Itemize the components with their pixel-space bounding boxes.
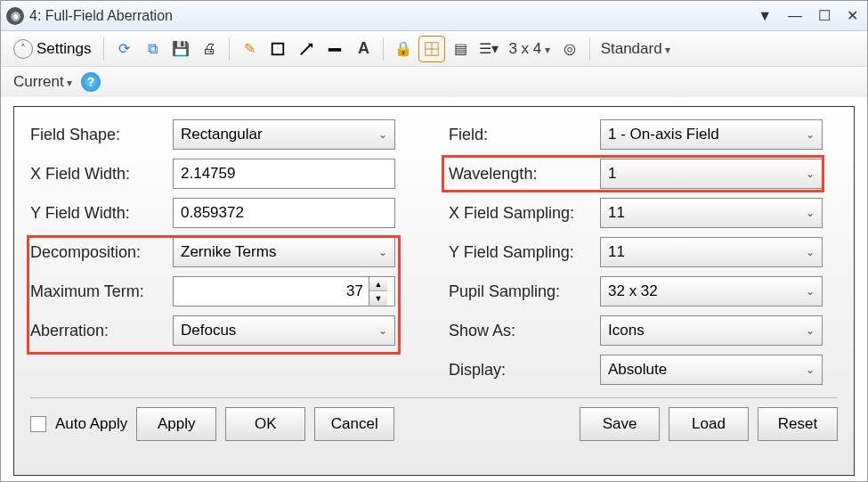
settings-panel: Field Shape: Rectangular⌄ Field: 1 - On-…: [13, 106, 855, 476]
chevron-down-icon: ⌄: [806, 324, 815, 337]
display-value: Absolute: [608, 361, 667, 379]
help-icon[interactable]: ?: [81, 72, 101, 92]
cancel-button[interactable]: Cancel: [314, 407, 394, 441]
maximum-term-value: 37: [181, 282, 369, 300]
save-button[interactable]: Save: [580, 407, 660, 441]
y-field-width-label: Y Field Width:: [30, 204, 173, 223]
apply-button[interactable]: Apply: [136, 407, 216, 441]
y-field-width-input[interactable]: 0.859372: [173, 198, 395, 228]
chevron-down-icon: ⌄: [806, 207, 815, 219]
y-field-sampling-value: 11: [608, 243, 625, 261]
wavelength-value: 1: [608, 165, 616, 183]
save-disk-icon[interactable]: 💾: [168, 37, 193, 61]
title-bar: ◉ 4: Full-Field Aberration ▼ — ☐ ✕: [1, 1, 867, 31]
window-layout-icon[interactable]: ▤: [448, 37, 473, 61]
target-icon[interactable]: ◎: [557, 37, 582, 61]
aberration-dropdown[interactable]: Defocus⌄: [173, 315, 395, 346]
aberration-value: Defocus: [181, 322, 236, 339]
settings-toggle[interactable]: ˄ Settings: [8, 37, 96, 61]
sub-toolbar: Current ?: [1, 67, 867, 97]
x-field-sampling-label: X Field Sampling:: [449, 204, 600, 223]
grid-icon[interactable]: [419, 37, 444, 61]
field-shape-value: Rectangular: [181, 126, 263, 143]
aberration-label: Aberration:: [30, 322, 173, 340]
chevron-down-icon: ⌄: [378, 324, 387, 337]
decomposition-value: Zernike Terms: [181, 243, 276, 261]
chevron-down-icon: ⌄: [806, 167, 815, 180]
field-value: 1 - On-axis Field: [608, 126, 719, 143]
field-dropdown[interactable]: 1 - On-axis Field⌄: [600, 119, 823, 150]
content-area: Field Shape: Rectangular⌄ Field: 1 - On-…: [1, 97, 867, 481]
layers-icon[interactable]: ☰▾: [476, 37, 501, 61]
stepper-arrows: ▲ ▼: [369, 277, 387, 306]
line-weight-icon[interactable]: [322, 37, 347, 61]
copy-icon[interactable]: ⧉: [140, 37, 165, 61]
load-button[interactable]: Load: [669, 407, 749, 441]
decomposition-dropdown[interactable]: Zernike Terms⌄: [173, 237, 395, 267]
standard-dropdown[interactable]: Standard: [597, 40, 674, 58]
svg-line-1: [301, 45, 311, 54]
print-icon[interactable]: 🖨: [197, 37, 222, 61]
separator: [383, 37, 384, 61]
window: ◉ 4: Full-Field Aberration ▼ — ☐ ✕ ˄ Set…: [0, 0, 868, 482]
grid-size-dropdown[interactable]: 3 x 4: [505, 40, 553, 58]
wavelength-dropdown[interactable]: 1⌄: [600, 159, 823, 189]
pupil-sampling-dropdown[interactable]: 32 x 32⌄: [600, 276, 823, 306]
chevron-down-icon: ⌄: [378, 246, 387, 258]
maximum-term-stepper[interactable]: 37 ▲ ▼: [173, 276, 395, 306]
x-field-sampling-dropdown[interactable]: 11⌄: [600, 198, 823, 228]
separator: [103, 37, 104, 61]
x-field-width-value: 2.14759: [181, 165, 235, 183]
show-as-dropdown[interactable]: Icons⌄: [600, 315, 823, 346]
step-down-icon[interactable]: ▼: [369, 291, 387, 306]
chevron-down-icon: ⌄: [806, 128, 815, 141]
wavelength-label: Wavelength:: [449, 165, 600, 184]
separator: [229, 37, 230, 61]
close-icon[interactable]: ✕: [843, 5, 862, 26]
settings-label: Settings: [37, 40, 91, 58]
minimize-icon[interactable]: —: [784, 6, 806, 26]
display-label: Display:: [449, 361, 600, 380]
button-bar: Auto Apply Apply OK Cancel Save Load Res…: [30, 397, 838, 441]
dropdown-icon[interactable]: ▼: [754, 6, 775, 26]
separator: [589, 37, 590, 61]
window-title: 4: Full-Field Aberration: [29, 8, 754, 24]
svg-rect-3: [329, 48, 341, 52]
x-field-width-input[interactable]: 2.14759: [173, 159, 395, 189]
y-field-sampling-label: Y Field Sampling:: [449, 243, 600, 262]
rectangle-icon[interactable]: [265, 37, 290, 61]
pupil-sampling-label: Pupil Sampling:: [449, 282, 600, 301]
x-field-sampling-value: 11: [608, 204, 625, 222]
chevron-down-icon: ⌄: [806, 364, 815, 376]
step-up-icon[interactable]: ▲: [369, 277, 387, 291]
field-label: Field:: [449, 126, 600, 144]
pencil-icon[interactable]: ✎: [237, 37, 262, 61]
show-as-label: Show As:: [449, 322, 600, 340]
form-grid: Field Shape: Rectangular⌄ Field: 1 - On-…: [30, 119, 838, 385]
display-dropdown[interactable]: Absolute⌄: [600, 355, 823, 385]
text-icon[interactable]: A: [351, 37, 376, 61]
show-as-value: Icons: [608, 322, 645, 339]
chevron-down-icon: ⌄: [806, 246, 815, 258]
window-buttons: ▼ — ☐ ✕: [754, 5, 862, 26]
toolbar: ˄ Settings ⟳ ⧉ 💾 🖨 ✎ A 🔒 ▤ ☰▾ 3 x 4 ◎ St…: [1, 31, 867, 67]
maximum-term-label: Maximum Term:: [30, 282, 173, 301]
current-dropdown[interactable]: Current: [10, 73, 76, 91]
ok-button[interactable]: OK: [225, 407, 305, 441]
decomposition-label: Decomposition:: [30, 243, 173, 262]
maximize-icon[interactable]: ☐: [815, 5, 834, 26]
arrow-icon[interactable]: [294, 37, 319, 61]
chevron-down-icon: ⌄: [378, 128, 387, 141]
field-shape-dropdown[interactable]: Rectangular⌄: [173, 119, 395, 150]
lock-icon[interactable]: 🔒: [391, 37, 416, 61]
y-field-sampling-dropdown[interactable]: 11⌄: [600, 237, 823, 267]
auto-apply-checkbox[interactable]: [30, 416, 46, 432]
refresh-icon[interactable]: ⟳: [111, 37, 136, 61]
svg-rect-0: [272, 43, 284, 54]
chevron-up-icon: ˄: [13, 39, 33, 59]
pupil-sampling-value: 32 x 32: [608, 282, 658, 300]
reset-button[interactable]: Reset: [758, 407, 838, 441]
field-shape-label: Field Shape:: [30, 126, 173, 144]
chevron-down-icon: ⌄: [806, 285, 815, 298]
auto-apply-label: Auto Apply: [55, 415, 127, 433]
